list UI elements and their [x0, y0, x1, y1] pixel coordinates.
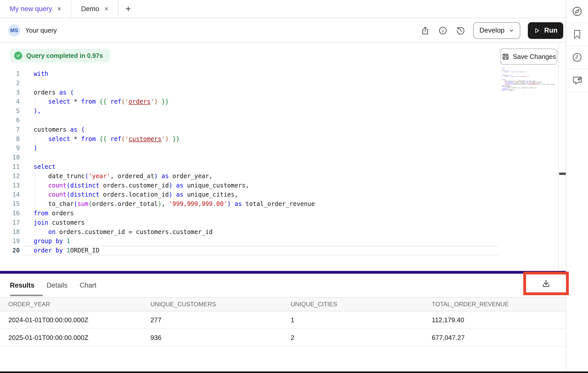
code-line[interactable]: 4 select * from {{ ref('orders') }}	[0, 97, 558, 106]
column-header: UNIQUE_CUSTOMERS	[150, 301, 291, 308]
table-cell: 2	[291, 334, 432, 342]
line-number: 16	[0, 209, 20, 218]
run-button-label: Run	[544, 27, 557, 34]
query-header: MS Your query Develop Run	[0, 18, 566, 43]
close-icon[interactable]: ×	[104, 5, 108, 12]
download-icon	[541, 278, 551, 289]
tab-label: Demo	[81, 5, 99, 13]
active-tab-underline	[10, 295, 43, 296]
screen-bottom-edge	[0, 371, 588, 373]
editor-scrollbar[interactable]	[558, 43, 566, 271]
line-number: 2	[0, 79, 20, 88]
code-lines[interactable]: 1with23orders as (4 select * from {{ ref…	[0, 69, 558, 255]
run-button[interactable]: Run	[528, 22, 563, 39]
code-line[interactable]: 9)	[0, 144, 558, 153]
compass-icon[interactable]	[566, 0, 588, 23]
code-line[interactable]: 13 count(distinct orders.customer_id) as…	[0, 181, 558, 190]
table-row: 2025-01-01T00:00:00.000Z9362677,047.27	[0, 329, 566, 347]
tab-label: My new query	[10, 5, 52, 13]
table-cell: 2024-01-01T00:00:00.000Z	[8, 316, 150, 324]
table-cell: 677,047.27	[432, 334, 566, 342]
play-icon	[534, 27, 540, 34]
download-button[interactable]	[526, 274, 566, 292]
close-icon[interactable]: ×	[57, 5, 61, 12]
code-line[interactable]: 2	[0, 79, 558, 88]
code-line[interactable]: 8 select * from {{ ref('customers') }}	[0, 134, 558, 144]
avatar: MS	[8, 24, 20, 36]
line-number: 5	[0, 106, 20, 116]
save-changes-label: Save Changes	[513, 53, 556, 61]
tab-chart[interactable]: Chart	[80, 282, 96, 289]
code-line[interactable]: 7customers as (	[0, 125, 558, 134]
minimap-code: 1with23orders as (4 select * from {{ ref…	[502, 68, 555, 91]
line-number: 14	[0, 190, 20, 199]
code-line[interactable]: 12 date_trunc('year', ordered_at) as ord…	[0, 172, 558, 181]
header-actions: Develop Run	[420, 18, 563, 43]
develop-button[interactable]: Develop	[473, 22, 520, 39]
line-number: 12	[0, 172, 20, 181]
code-line[interactable]: 5),	[0, 106, 558, 116]
line-number: 1	[0, 69, 20, 79]
new-tab-button[interactable]: +	[119, 0, 138, 18]
table-cell: 936	[150, 334, 291, 342]
chat-sparkles-icon[interactable]	[566, 69, 588, 92]
line-number: 13	[0, 181, 20, 190]
column-header: ORDER_YEAR	[8, 301, 150, 308]
minimap[interactable]: 1with23orders as (4 select * from {{ ref…	[502, 68, 555, 91]
share-icon[interactable]	[420, 26, 430, 36]
results-tabs: ResultsDetailsChart	[0, 274, 566, 297]
panel-resize-divider[interactable]	[0, 271, 566, 274]
history-icon[interactable]	[456, 26, 466, 36]
code-line[interactable]: 17join customers	[0, 218, 558, 227]
scrollbar-thumb[interactable]	[559, 173, 566, 175]
code-line: 20order by 1ORDER_ID	[502, 90, 555, 91]
tab-results[interactable]: Results	[10, 282, 35, 289]
code-line[interactable]: 19group by 1	[0, 237, 558, 246]
line-number: 8	[0, 134, 20, 144]
info-icon[interactable]	[438, 26, 448, 36]
line-number: 17	[0, 218, 20, 227]
code-line[interactable]: 3orders as (	[0, 88, 558, 97]
history-clock-icon[interactable]	[566, 46, 588, 69]
line-number: 4	[0, 97, 20, 106]
query-status-text: Query completed in 0.97s	[26, 52, 103, 59]
line-number: 3	[0, 88, 20, 97]
code-line[interactable]: 14 count(distinct orders.location_id) as…	[0, 190, 558, 199]
line-number: 20	[0, 246, 20, 255]
line-number: 9	[0, 144, 20, 153]
line-number: 19	[0, 237, 20, 246]
code-line[interactable]: 6	[0, 116, 558, 125]
results-table-body: 2024-01-01T00:00:00.000Z2771112,179.4020…	[0, 311, 566, 347]
save-icon	[502, 53, 509, 60]
table-row: 2024-01-01T00:00:00.000Z2771112,179.40	[0, 311, 566, 329]
page-title: Your query	[25, 27, 57, 34]
line-number: 6	[0, 116, 20, 125]
bookmark-icon[interactable]	[566, 23, 588, 46]
save-changes-button[interactable]: Save Changes	[501, 49, 557, 65]
line-number: 11	[0, 162, 20, 172]
code-line[interactable]: 16from orders	[0, 209, 558, 218]
check-circle-icon	[14, 52, 22, 60]
results-table: ORDER_YEARUNIQUE_CUSTOMERSUNIQUE_CITIEST…	[0, 297, 566, 347]
code-line[interactable]: 18 on orders.customer_id = customers.cus…	[0, 227, 558, 237]
table-cell: 2025-01-01T00:00:00.000Z	[8, 334, 150, 342]
tab-details[interactable]: Details	[47, 282, 68, 289]
tab-my-new-query[interactable]: My new query ×	[0, 0, 71, 18]
line-number: 7	[0, 125, 20, 134]
code-line[interactable]: 1with	[0, 69, 558, 79]
code-line[interactable]: 10	[0, 153, 558, 162]
develop-button-label: Develop	[479, 27, 504, 34]
code-line[interactable]: 15 to_char(sum(orders.order_total), '999…	[0, 199, 558, 209]
table-cell: 277	[150, 316, 291, 324]
column-header: TOTAL_ORDER_REVENUE	[432, 301, 566, 308]
line-number: 15	[0, 199, 20, 209]
tab-demo[interactable]: Demo ×	[71, 0, 118, 18]
column-header: UNIQUE_CITIES	[291, 301, 432, 308]
annotation-highlight	[523, 272, 569, 295]
line-number: 10	[0, 153, 20, 162]
code-line[interactable]: 11select	[0, 162, 558, 172]
code-line[interactable]: 20order by 1ORDER_ID	[0, 246, 558, 255]
sql-editor[interactable]: Query completed in 0.97s Save Changes 1w…	[0, 43, 558, 271]
app-window: My new query × Demo × + MS Your query De…	[0, 0, 588, 373]
table-cell: 112,179.40	[432, 316, 566, 324]
